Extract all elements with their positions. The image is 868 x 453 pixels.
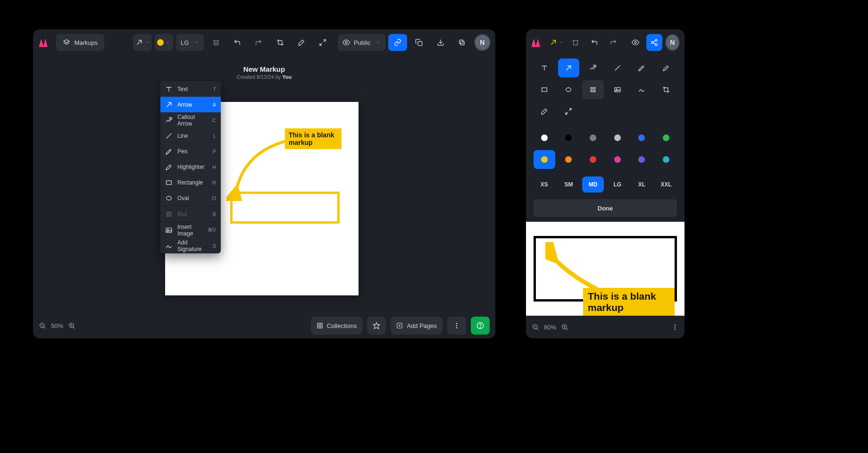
undo-button[interactable]	[228, 34, 247, 51]
svg-point-13	[167, 196, 172, 200]
mobile-redo-button[interactable]	[605, 34, 621, 51]
visibility-button[interactable]: Public	[338, 34, 385, 51]
tool-option-highlighter[interactable]: HighlighterH	[160, 159, 221, 175]
tool-option-rectangle[interactable]: RectangleR	[160, 175, 221, 190]
mobile-tool-line[interactable]	[607, 59, 628, 77]
svg-point-69	[675, 328, 676, 330]
mobile-size-xl[interactable]: XL	[631, 176, 653, 193]
delete-button[interactable]	[207, 34, 225, 51]
expand-button[interactable]	[314, 34, 332, 51]
tool-option-pen[interactable]: PenP	[160, 143, 221, 159]
color-dot	[614, 134, 621, 141]
mobile-color-swatch[interactable]	[582, 128, 604, 147]
mobile-preview-button[interactable]	[627, 34, 643, 51]
mobile-share-button[interactable]	[646, 34, 662, 51]
download-button[interactable]	[431, 34, 450, 51]
mobile-canvas[interactable]: This is a blank markup	[526, 222, 684, 316]
mobile-color-swatch[interactable]	[607, 150, 628, 169]
markups-button[interactable]: Markups	[56, 34, 104, 51]
mobile-color-swatch[interactable]	[534, 150, 555, 169]
mobile-color-swatch[interactable]	[582, 150, 604, 169]
redo-button[interactable]	[250, 34, 268, 51]
copy-icon	[415, 39, 423, 46]
mobile-tool-arrow[interactable]	[558, 59, 580, 77]
svg-point-39	[480, 327, 480, 327]
tool-option-text[interactable]: TextT	[160, 81, 221, 97]
mobile-color-swatch[interactable]	[607, 128, 628, 147]
mobile-tool-callout-arrow[interactable]	[582, 59, 604, 77]
collections-button[interactable]: Collections	[311, 317, 363, 335]
mobile-color-swatch[interactable]	[534, 128, 555, 147]
mobile-tool-oval[interactable]	[558, 80, 580, 99]
annotation-rectangle[interactable]	[230, 192, 340, 224]
mobile-delete-button[interactable]	[568, 34, 584, 51]
mobile-color-swatch[interactable]	[558, 150, 580, 169]
mobile-color-swatch[interactable]	[655, 150, 677, 169]
annotation-callout[interactable]: This is a blank markup	[583, 288, 675, 316]
mobile-tool-signature[interactable]	[631, 80, 653, 99]
mobile-done-button[interactable]: Done	[534, 199, 677, 217]
desktop-canvas-area[interactable]: New Markup Created 8/12/24 by You This i…	[33, 56, 495, 313]
annotation-callout[interactable]: This is a blank markup	[285, 128, 342, 149]
mobile-tool-text[interactable]	[534, 59, 555, 77]
tool-option-signature[interactable]: Add SignatureS	[160, 238, 221, 253]
mobile-color-swatch[interactable]	[655, 128, 677, 147]
tool-option-shortcut: T	[213, 86, 216, 92]
mobile-more-button[interactable]	[671, 323, 679, 331]
svg-line-24	[73, 327, 75, 328]
mobile-tool-crop[interactable]	[655, 80, 677, 99]
color-picker-button[interactable]	[155, 34, 173, 51]
mobile-tool-pen[interactable]	[631, 59, 653, 77]
color-dot	[541, 134, 548, 141]
mobile-tool-magic[interactable]	[534, 102, 555, 121]
mobile-size-row: XSSMMDLGXLXXL	[534, 176, 677, 193]
avatar-initial: N	[480, 39, 484, 46]
mobile-size-md[interactable]: MD	[582, 176, 604, 193]
svg-rect-8	[459, 40, 463, 44]
mobile-size-lg[interactable]: LG	[607, 176, 628, 193]
duplicate-button[interactable]	[452, 34, 471, 51]
add-pages-button[interactable]: Add Pages	[391, 317, 442, 335]
tool-option-insert-image[interactable]: Insert Image⌘V	[160, 222, 221, 238]
mobile-color-swatch[interactable]	[558, 128, 580, 147]
mobile-undo-button[interactable]	[586, 34, 602, 51]
chevron-down-icon	[376, 40, 381, 45]
magic-button[interactable]	[292, 34, 310, 51]
mobile-user-avatar[interactable]: N	[665, 34, 680, 51]
copy-button[interactable]	[410, 34, 428, 51]
mobile-tool-expand[interactable]	[558, 102, 580, 121]
mobile-color-swatch[interactable]	[631, 150, 653, 169]
svg-rect-17	[169, 215, 171, 216]
zoom-level: 50%	[51, 322, 63, 329]
mobile-tool-blur[interactable]	[582, 80, 604, 99]
zoom-in-button[interactable]	[561, 323, 568, 331]
tool-option-callout-arrow[interactable]: Callout ArrowC	[160, 112, 221, 128]
user-avatar[interactable]: N	[474, 34, 491, 51]
zoom-out-button[interactable]	[532, 323, 539, 331]
more-button[interactable]	[447, 317, 466, 335]
zoom-in-button[interactable]	[68, 322, 75, 329]
crop-button[interactable]	[271, 34, 289, 51]
tool-option-oval[interactable]: OvalO	[160, 190, 221, 206]
signature-icon	[165, 242, 173, 250]
tool-option-shortcut: L	[213, 133, 216, 139]
mobile-tool-highlighter[interactable]	[655, 59, 677, 77]
favorite-button[interactable]	[367, 317, 386, 335]
help-button[interactable]	[471, 317, 490, 335]
tool-option-line[interactable]: LineL	[160, 128, 221, 143]
zoom-controls: 50%	[39, 322, 75, 329]
plus-square-icon	[396, 322, 403, 329]
zoom-out-button[interactable]	[39, 322, 46, 329]
link-button[interactable]	[388, 34, 407, 51]
tool-option-arrow[interactable]: ArrowA	[160, 97, 221, 112]
size-picker-button[interactable]: LG	[176, 34, 204, 51]
mobile-size-xxl[interactable]: XXL	[655, 176, 677, 193]
mobile-color-swatch[interactable]	[631, 128, 653, 147]
mobile-tool-picker-button[interactable]	[549, 34, 565, 51]
mobile-tool-insert-image[interactable]	[607, 80, 628, 99]
tool-picker-button[interactable]	[133, 34, 151, 51]
mobile-size-xs[interactable]: XS	[534, 176, 555, 193]
mobile-tool-rectangle[interactable]	[534, 80, 555, 99]
more-icon	[671, 323, 679, 331]
mobile-size-sm[interactable]: SM	[558, 176, 580, 193]
